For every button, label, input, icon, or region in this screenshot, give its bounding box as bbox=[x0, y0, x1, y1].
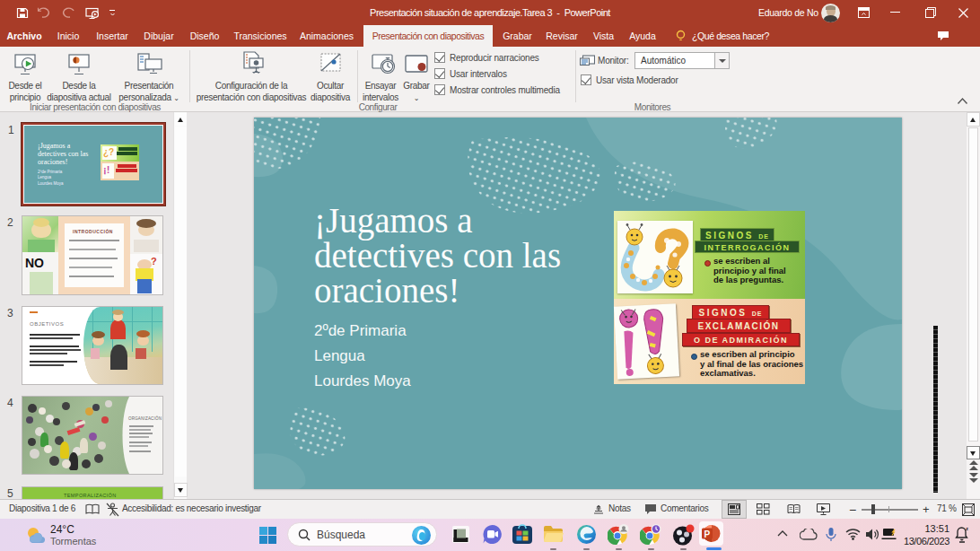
svg-text:z: z bbox=[966, 526, 968, 531]
svg-text:P: P bbox=[704, 529, 711, 539]
